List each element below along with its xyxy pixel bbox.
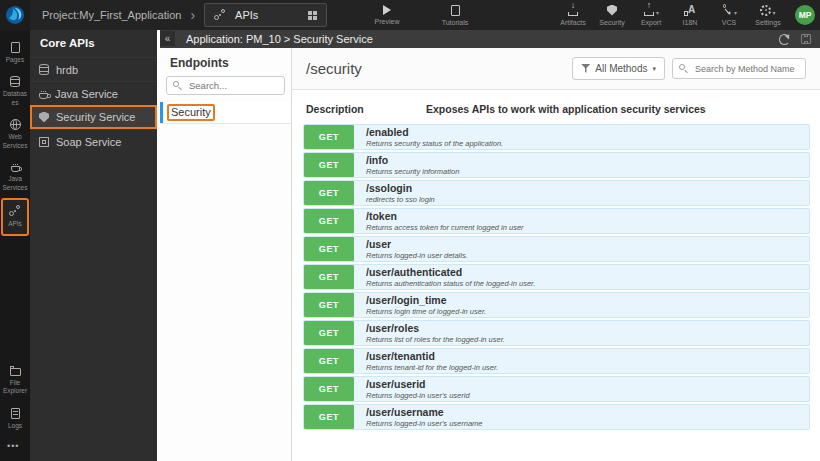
method-badge: GET [304,125,354,149]
methods-filter-dropdown[interactable]: All Methods ▾ [572,57,665,80]
database-icon [39,64,49,75]
shield-icon [607,5,617,16]
toolbar-item[interactable]: ▾ Export [636,0,666,30]
endpoint-info: /token Returns access token for current … [354,209,524,233]
methods-filter-label: All Methods [595,63,647,74]
toolbar-item-label: Tutorials [442,19,469,26]
toolbar-item[interactable]: ▾ Settings [753,0,783,30]
sidebar-item[interactable]: File Explorer [1,359,29,402]
core-api-item[interactable]: Java Service [30,81,157,105]
sidebar-item-label: Web Services [2,133,29,150]
core-api-item-label: Java Service [55,88,118,100]
core-api-item[interactable]: Security Service [30,105,157,129]
soap-icon [39,137,49,147]
core-api-item[interactable]: hrdb [30,57,157,81]
grid-icon[interactable] [308,11,317,20]
endpoint-description: Returns security status of the applicati… [366,139,503,148]
api-endpoint-row[interactable]: GET /enabled Returns security status of … [303,124,810,150]
coffee-icon [39,93,48,99]
endpoint-path: /enabled [366,126,503,138]
sidebar-item[interactable]: APIs [1,198,29,235]
sidebar-item[interactable] [1,436,29,461]
api-endpoint-row[interactable]: GET /user/userid Returns logged-in user'… [303,376,810,402]
endpoint-info: /ssologin redirects to sso login [354,181,435,205]
endpoint-info: /user/tenantid Returns tenant-id for the… [354,349,498,373]
method-badge: GET [304,237,354,261]
sidebar-item-label: File Explorer [2,379,29,396]
description-text: Exposes APIs to work with application se… [426,103,706,115]
endpoint-path: /ssologin [366,182,435,194]
download-icon [567,4,579,16]
endpoint-info: /user/login_time Returns login time of l… [354,293,486,317]
endpoint-info: /user/userid Returns logged-in user's us… [354,377,470,401]
endpoint-list-item[interactable]: Security [160,102,291,124]
sidebar-item[interactable]: Databases [1,70,29,113]
filter-icon [581,64,590,73]
api-endpoint-row[interactable]: GET /user/roles Returns list of roles fo… [303,320,810,346]
api-endpoint-row[interactable]: GET /user/login_time Returns login time … [303,292,810,318]
toolbar-item[interactable]: ▾ Artifacts [558,0,588,30]
sidebar-item[interactable]: Logs [1,402,29,436]
endpoints-search-input[interactable] [187,79,278,92]
tab-apis-label: APIs [235,9,299,21]
endpoint-path: /user/tenantid [366,350,498,362]
endpoint-description: Returns list of roles for the logged-in … [366,335,505,344]
endpoint-description: redirects to sso login [366,195,435,204]
chevron-down-icon: ▾ [772,10,775,16]
collapse-panel-button[interactable]: « [160,31,175,46]
core-api-item[interactable]: Soap Service [30,129,157,153]
shield-icon [39,112,49,123]
toolbar-item[interactable]: Tutorials [440,0,470,30]
sidebar-item[interactable]: Pages [1,36,29,70]
sidebar-item[interactable]: Java Services [1,156,29,198]
api-endpoint-row[interactable]: GET /user/authenticated Returns authenti… [303,264,810,290]
translate-icon [684,4,696,16]
api-endpoint-row[interactable]: GET /user/username Returns logged-in use… [303,404,810,430]
toolbar-item-label: Artifacts [560,19,585,26]
sidebar-item-label: Logs [2,422,29,430]
sidebar-item-label: Java Services [2,175,29,192]
toolbar-item[interactable]: ▾ VCS [714,0,744,30]
endpoint-description: Returns tenant-id for the logged-in user… [366,363,498,372]
user-avatar[interactable]: MP [795,5,815,25]
project-name[interactable]: Project:My_First_Application [42,9,181,21]
toolbar-item[interactable]: ▾ Security [597,0,627,30]
toolbar-item-label: Export [641,19,661,26]
method-search[interactable] [672,58,806,79]
gear-icon [760,5,771,16]
save-icon[interactable] [801,34,811,44]
endpoint-list-item-label: Security [167,104,215,121]
toolbar-item[interactable]: Preview [372,0,402,30]
play-icon [383,5,391,15]
api-endpoint-row[interactable]: GET /ssologin redirects to sso login [303,180,810,206]
topbar-center-actions: Preview Tutorials [372,0,470,30]
endpoints-panel: Endpoints Security [160,48,292,461]
endpoint-description: Returns access token for current logged … [366,223,524,232]
core-apis-title: Core APIs [30,30,157,53]
sidebar-item[interactable]: Web Services [1,113,29,156]
endpoint-path: /user/username [366,406,483,418]
api-endpoint-row[interactable]: GET /token Returns access token for curr… [303,208,810,234]
method-search-input[interactable] [693,63,799,75]
wavemaker-logo-icon[interactable] [0,0,30,30]
api-endpoint-row[interactable]: GET /user Returns logged-in user details… [303,236,810,262]
api-endpoint-row[interactable]: GET /user/tenantid Returns tenant-id for… [303,348,810,374]
search-icon [173,81,182,90]
api-endpoint-row[interactable]: GET /info Returns security information [303,152,810,178]
endpoints-search[interactable] [166,76,285,95]
api-icon [214,9,226,21]
method-badge: GET [304,377,354,401]
service-path-title: /security [306,60,362,77]
toolbar-item[interactable]: ▾ I18N [675,0,705,30]
toolbar-item-iconwrap: ▾ [721,4,737,16]
topbar: Project:My_First_Application › APIs Prev… [0,0,820,30]
more-icon [7,442,23,452]
endpoint-path: /user/userid [366,378,470,390]
description-row: Description Exposes APIs to work with ap… [292,90,820,124]
application-bar: Application: PM_10 > Security Service [160,30,820,48]
method-badge: GET [304,153,354,177]
refresh-icon[interactable] [779,34,790,45]
endpoint-info: /user/username Returns logged-in user's … [354,405,483,429]
endpoint-description: Returns logged-in user details. [366,251,468,260]
tab-apis[interactable]: APIs [204,3,327,27]
